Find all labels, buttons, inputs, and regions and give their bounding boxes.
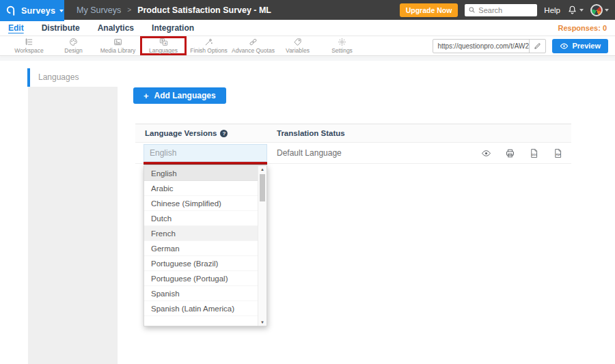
dropdown-option-spanish-latin-america[interactable]: Spanish (Latin America) [144, 301, 258, 316]
language-versions-table: Language Versions ? Translation Status D… [135, 124, 571, 164]
bell-icon [567, 5, 577, 15]
dropdown-option-dutch[interactable]: Dutch [144, 211, 258, 226]
survey-url-input[interactable]: https://questionpro.com/t/AW22Zd1S1 [433, 42, 529, 50]
product-name: Surveys [21, 6, 55, 16]
dropdown-option-portuguese-brazil[interactable]: Portuguese (Brazil) [144, 256, 258, 271]
scroll-up-icon[interactable]: ▲ [258, 167, 266, 171]
search-input[interactable] [478, 6, 533, 14]
column-language-versions: Language Versions [145, 129, 217, 137]
chevron-down-icon [605, 9, 609, 12]
questionpro-logo-icon [6, 5, 17, 16]
settings-icon [338, 38, 346, 46]
dropdown-option-spanish[interactable]: Spanish [144, 286, 258, 301]
toolbar-item-advance-quotas[interactable]: Advance Quotas [231, 36, 275, 55]
content-area: Languages + Add Languages Language Versi… [0, 57, 615, 364]
svg-text:A: A [164, 42, 166, 45]
edit-toolbar: Workspace Design Media Library A Languag… [0, 36, 615, 56]
workspace-icon [25, 38, 33, 46]
notifications-menu[interactable] [567, 5, 584, 15]
annotation-red-underline [144, 162, 267, 165]
tab-distribute[interactable]: Distribute [42, 23, 80, 33]
preview-button[interactable]: Preview [552, 39, 608, 53]
eye-icon [560, 42, 569, 51]
svg-text:PDF: PDF [556, 154, 561, 156]
content-divider [0, 57, 615, 61]
printer-icon[interactable] [505, 148, 515, 158]
breadcrumb: My Surveys > Product Satisfaction Survey… [77, 0, 271, 20]
language-option-list: English Arabic Chinese (Simplified) Dutc… [144, 166, 258, 316]
search-icon [468, 6, 476, 14]
dropdown-option-german[interactable]: German [144, 241, 258, 256]
search-box[interactable] [465, 4, 537, 16]
advance-quotas-icon [249, 38, 258, 46]
chevron-down-icon [579, 9, 584, 12]
column-translation-status: Translation Status [277, 129, 571, 137]
breadcrumb-separator: > [127, 6, 131, 14]
breadcrumb-my-surveys[interactable]: My Surveys [77, 5, 121, 15]
languages-icon: A [159, 38, 168, 46]
languages-sidebar-panel [28, 87, 118, 364]
chevron-down-icon [59, 10, 64, 12]
toolbar-item-design[interactable]: Design [51, 36, 96, 55]
scroll-down-icon[interactable]: ▼ [258, 320, 266, 324]
dropdown-option-english[interactable]: English [144, 166, 258, 181]
design-icon [69, 38, 78, 46]
survey-nav: Edit Distribute Analytics Integration Re… [0, 20, 615, 36]
toolbar-item-media-library[interactable]: Media Library [96, 36, 140, 55]
scrollbar-thumb[interactable] [260, 174, 265, 201]
dropdown-option-french[interactable]: French [144, 226, 258, 241]
translation-status-value: Default Language [277, 143, 342, 163]
table-row: Default Language DOC PDF [135, 143, 571, 164]
upgrade-now-button[interactable]: Upgrade Now [400, 3, 459, 17]
dropdown-scrollbar[interactable]: ▲ ▼ [258, 166, 266, 326]
table-header: Language Versions ? Translation Status [135, 124, 571, 143]
pencil-icon [534, 42, 541, 50]
doc-icon[interactable]: DOC [529, 148, 539, 158]
row-actions: DOC PDF [481, 143, 563, 163]
section-header: Languages [27, 68, 79, 87]
add-languages-button[interactable]: + Add Languages [133, 87, 226, 104]
tab-integration[interactable]: Integration [152, 23, 194, 33]
variables-icon [293, 38, 302, 46]
responses-count: Responses: 0 [558, 24, 607, 32]
product-switcher[interactable]: Surveys [0, 0, 64, 21]
plus-icon: + [144, 91, 149, 101]
toolbar-item-workspace[interactable]: Workspace [7, 36, 51, 55]
language-select-input[interactable] [144, 144, 267, 162]
toolbar-item-settings[interactable]: Settings [320, 36, 364, 55]
finish-options-icon [204, 38, 213, 46]
section-title: Languages [30, 68, 79, 87]
tab-edit[interactable]: Edit [8, 23, 24, 33]
language-dropdown: English Arabic Chinese (Simplified) Dutc… [144, 165, 267, 326]
survey-url-box: https://questionpro.com/t/AW22Zd1S1 [433, 39, 546, 53]
toolbar-item-finish-options[interactable]: Finish Options [187, 36, 231, 55]
help-icon[interactable]: ? [220, 130, 228, 137]
help-link[interactable]: Help [544, 6, 560, 14]
avatar [590, 4, 603, 16]
account-menu[interactable] [590, 4, 609, 16]
toolbar-item-languages[interactable]: A Languages [140, 36, 187, 55]
top-bar: My Surveys > Product Satisfaction Survey… [0, 0, 615, 20]
tab-analytics[interactable]: Analytics [98, 23, 134, 33]
svg-text:DOC: DOC [532, 154, 537, 156]
dropdown-option-portuguese-portugal[interactable]: Portuguese (Portugal) [144, 271, 258, 286]
page-title: Product Satisfaction Survey - ML [137, 5, 271, 15]
toolbar-item-variables[interactable]: Variables [275, 36, 320, 55]
eye-icon[interactable] [481, 148, 491, 158]
dropdown-option-arabic[interactable]: Arabic [144, 181, 258, 196]
dropdown-option-chinese-simplified[interactable]: Chinese (Simplified) [144, 196, 258, 211]
pdf-icon[interactable]: PDF [553, 148, 563, 158]
edit-url-button[interactable] [529, 40, 545, 53]
media-library-icon [113, 38, 122, 46]
